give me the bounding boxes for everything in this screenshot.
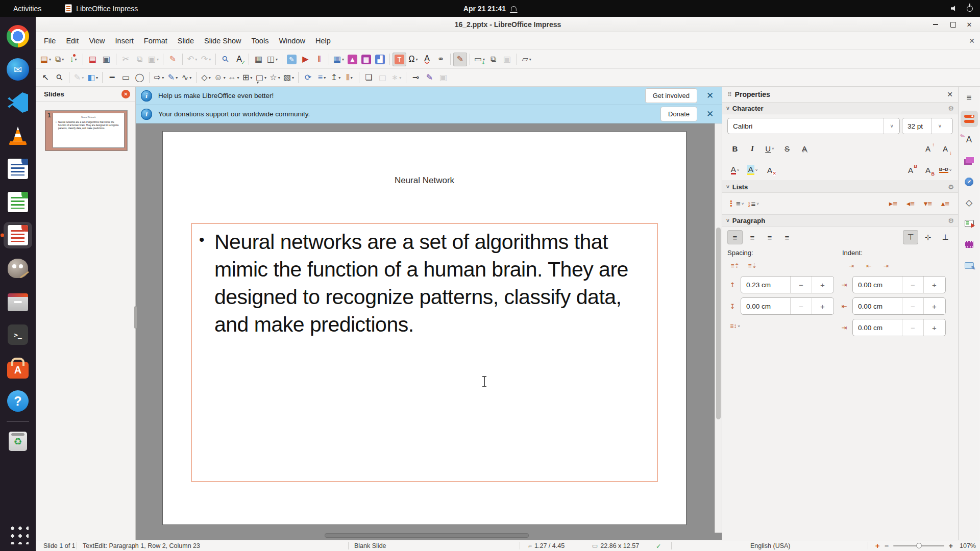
- decrement-button[interactable]: −: [902, 319, 923, 336]
- 3d-effects-button[interactable]: ▣: [436, 71, 450, 85]
- demote-button[interactable]: ▸≡: [886, 196, 901, 211]
- unordered-list-button[interactable]: ≡˅: [727, 196, 744, 211]
- menu-edit[interactable]: Edit: [61, 34, 84, 47]
- decrement-button[interactable]: −: [902, 298, 923, 314]
- line-spacing-button[interactable]: ≡↕˅: [727, 319, 743, 333]
- master-slide-button[interactable]: ✎: [285, 53, 299, 66]
- activities-button[interactable]: Activities: [4, 5, 51, 13]
- tab-navigator[interactable]: [961, 173, 978, 190]
- character-section-header[interactable]: ˅ Character ⚙: [722, 102, 958, 114]
- slides-panel-close-button[interactable]: ✕: [121, 90, 130, 98]
- menu-tools[interactable]: Tools: [247, 34, 274, 47]
- connectors-tool[interactable]: ∿▾: [180, 71, 193, 85]
- align-center-button[interactable]: ≡: [745, 230, 760, 244]
- content-text-box[interactable]: • Neural networks are a set of algorithm…: [191, 223, 658, 482]
- insert-image-button[interactable]: ▲: [346, 53, 359, 66]
- panel-splitter-handle[interactable]: [134, 306, 137, 329]
- decrement-button[interactable]: −: [902, 277, 923, 293]
- rectangle-tool[interactable]: ▭: [119, 71, 133, 85]
- underline-button[interactable]: U˅: [762, 141, 777, 156]
- slide-canvas[interactable]: Neural Network • Neural networks are a s…: [136, 123, 722, 540]
- tab-shapes[interactable]: ◇: [961, 194, 978, 211]
- dock-chrome[interactable]: [4, 23, 32, 49]
- infobar-close-icon[interactable]: ✕: [703, 90, 717, 101]
- print-button[interactable]: ▣: [100, 53, 113, 66]
- increase-indent-button[interactable]: ⇥: [844, 259, 859, 273]
- font-size-input[interactable]: [902, 122, 931, 130]
- flowchart-shapes-tool[interactable]: ⊞▾: [240, 71, 254, 85]
- vertical-scrollbar[interactable]: [715, 123, 722, 533]
- insert-text-box-button[interactable]: T: [393, 53, 406, 66]
- clear-formatting-button[interactable]: A: [762, 163, 777, 177]
- slide-thumbnail-1[interactable]: 1 Neural Network Neural networks are a s…: [45, 110, 128, 151]
- language-status[interactable]: English (USA): [750, 542, 791, 549]
- rotate-button[interactable]: ⟳: [301, 71, 315, 85]
- insert-table-button[interactable]: ▦▾: [332, 53, 346, 66]
- spacing-above-field[interactable]: − +: [741, 276, 834, 293]
- menu-insert[interactable]: Insert: [110, 34, 139, 47]
- show-draw-functions-button[interactable]: ✎: [453, 53, 467, 66]
- decrement-button[interactable]: −: [790, 277, 812, 293]
- shadow-button[interactable]: ❏: [362, 71, 376, 85]
- shadow-text-button[interactable]: A: [797, 141, 812, 156]
- zoom-pan-tool[interactable]: ⚲: [53, 71, 66, 85]
- start-from-first-slide-button[interactable]: ▶: [299, 53, 312, 66]
- dock-thunderbird[interactable]: ✉: [4, 56, 32, 83]
- character-spacing-button[interactable]: B–D˅: [938, 163, 953, 177]
- clock-menu[interactable]: Apr 21 21:41: [463, 5, 517, 13]
- distribute-button[interactable]: ⫴▾: [342, 71, 356, 85]
- hyperlink-button[interactable]: ⚭: [434, 53, 448, 66]
- menu-help[interactable]: Help: [310, 34, 336, 47]
- decrease-paragraph-spacing-button[interactable]: ≡⇣: [745, 259, 760, 273]
- basic-shapes-tool[interactable]: ◇▾: [199, 71, 213, 85]
- line-color-button[interactable]: ✎▾: [72, 71, 86, 85]
- strikethrough-button[interactable]: S: [779, 141, 795, 156]
- focused-app-indicator[interactable]: LibreOffice Impress: [65, 4, 138, 13]
- move-up-button[interactable]: ▴≡: [938, 196, 953, 211]
- fit-slide-icon[interactable]: +: [875, 541, 880, 550]
- dock-files[interactable]: [4, 288, 32, 315]
- get-involved-button[interactable]: Get involved: [645, 88, 697, 103]
- font-name-combo[interactable]: ˅: [727, 118, 900, 134]
- spacing-below-field[interactable]: − +: [741, 297, 834, 315]
- decrement-button[interactable]: −: [790, 298, 812, 314]
- horizontal-scrollbar[interactable]: [136, 533, 715, 539]
- character-settings-icon[interactable]: ⚙: [948, 105, 954, 112]
- lists-settings-icon[interactable]: ⚙: [948, 183, 954, 191]
- ordered-list-button[interactable]: ≡˅: [746, 196, 761, 211]
- zoom-slider[interactable]: [893, 545, 944, 546]
- close-window-button[interactable]: ✕: [963, 18, 976, 31]
- copy-button[interactable]: ⧉: [133, 53, 146, 66]
- indent-before-field[interactable]: − +: [852, 276, 946, 293]
- superscript-button[interactable]: A: [903, 163, 918, 177]
- fill-color-button[interactable]: ◧▾: [86, 71, 100, 85]
- menu-window[interactable]: Window: [274, 34, 310, 47]
- increment-button[interactable]: +: [812, 277, 833, 293]
- slide-title-text[interactable]: Neural Network: [163, 176, 686, 186]
- zoom-slider-thumb[interactable]: [916, 543, 922, 548]
- font-name-dropdown-icon[interactable]: ˅: [884, 118, 899, 134]
- font-color-button[interactable]: A˅: [727, 163, 743, 177]
- close-document-button[interactable]: ✕: [969, 37, 975, 45]
- align-bottom-button[interactable]: ⊥: [938, 230, 953, 244]
- sidebar-close-button[interactable]: ✕: [947, 90, 953, 98]
- crop-image-button[interactable]: ▢: [376, 71, 389, 85]
- titlebar[interactable]: 16_2.pptx - LibreOffice Impress ✕: [36, 17, 980, 32]
- subscript-button[interactable]: A: [920, 163, 936, 177]
- block-arrows-tool[interactable]: ⇔▾: [227, 71, 240, 85]
- bold-button[interactable]: B: [727, 141, 743, 156]
- redo-button[interactable]: ↷▾: [199, 53, 213, 66]
- dock-show-applications[interactable]: [4, 520, 32, 547]
- indent-after-field[interactable]: − +: [852, 297, 946, 315]
- align-top-button[interactable]: ⊤: [903, 230, 918, 244]
- insert-shape-button[interactable]: ▭▾: [473, 53, 486, 66]
- dock-help[interactable]: ?: [4, 388, 32, 414]
- zoom-out-button[interactable]: −: [885, 542, 889, 550]
- 3d-objects-tool[interactable]: ▧▾: [282, 71, 296, 85]
- tab-gallery[interactable]: [961, 153, 978, 169]
- horizontal-scrollbar-thumb[interactable]: [325, 533, 529, 538]
- tab-animation[interactable]: [961, 236, 978, 253]
- export-pdf-button[interactable]: ▤: [86, 53, 100, 66]
- callout-shapes-tool[interactable]: ▢▾: [254, 71, 268, 85]
- clone-formatting-button[interactable]: ✎: [166, 53, 180, 66]
